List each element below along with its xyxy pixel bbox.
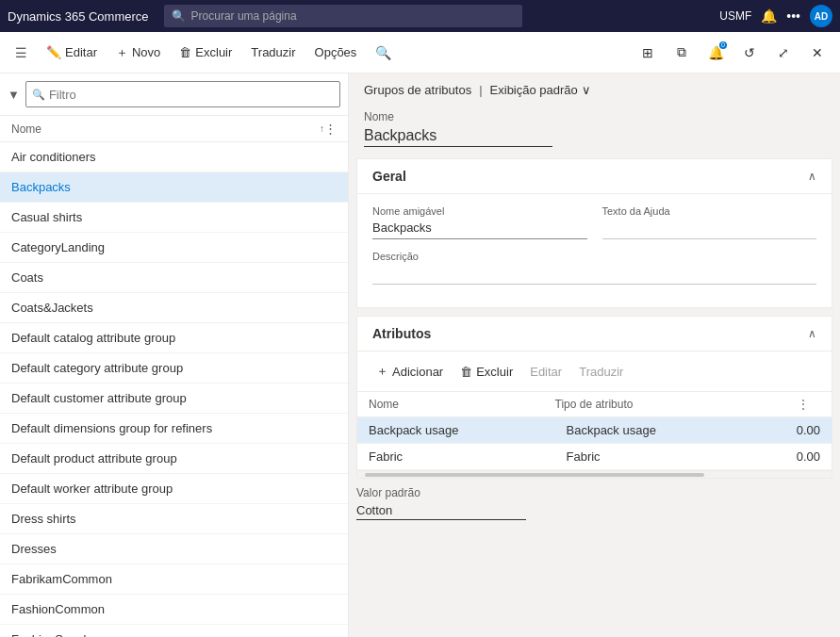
panel-header: Grupos de atributos | Exibição padrão ∨ xyxy=(349,74,840,103)
name-column-header[interactable]: Nome xyxy=(11,122,316,136)
list-item[interactable]: Default worker attribute group xyxy=(0,474,348,504)
filter-icon: ▼ xyxy=(8,88,20,102)
attr-row-type: Backpack usage xyxy=(567,423,765,437)
help-text-label: Texto da Ajuda xyxy=(602,205,817,217)
description-label: Descrição xyxy=(372,251,816,262)
list-item[interactable]: FashionSunglasses xyxy=(0,625,348,637)
attr-row-name: Backpack usage xyxy=(369,423,567,437)
friendly-name-field: Nome amigável Backpacks xyxy=(372,205,587,239)
translate-attribute-button[interactable]: Traduzir xyxy=(571,361,631,383)
close-button[interactable]: ✕ xyxy=(802,38,832,68)
delete-button[interactable]: 🗑 Excluir xyxy=(172,40,239,65)
open-window-icon: ⤢ xyxy=(778,45,789,60)
attribute-row[interactable]: Backpack usage Backpack usage 0.00 xyxy=(357,417,832,444)
list-item[interactable]: Default category attribute group xyxy=(0,353,348,384)
right-detail-panel: Grupos de atributos | Exibição padrão ∨ … xyxy=(349,74,840,637)
edit-button[interactable]: ✏️ Editar xyxy=(39,40,105,65)
grid-icon: ⊞ xyxy=(642,45,653,60)
attr-row-value: 0.00 xyxy=(764,449,820,464)
default-value-field[interactable]: Cotton xyxy=(356,503,526,520)
attributes-section-title: Atributos xyxy=(372,326,431,341)
attributes-chevron-icon: ∧ xyxy=(808,327,816,340)
chevron-down-icon: ∨ xyxy=(582,83,591,97)
list-item[interactable]: FashionCommon xyxy=(0,595,348,625)
list-item[interactable]: Default catalog attribute group xyxy=(0,323,348,353)
notification-badge-count: 0 xyxy=(719,41,727,49)
description-field: Descrição xyxy=(372,251,816,285)
copy-icon: ⧉ xyxy=(677,44,686,60)
copy-icon-button[interactable]: ⧉ xyxy=(667,38,697,68)
attr-table-menu-icon[interactable]: ⋮ xyxy=(798,398,820,411)
list-item[interactable]: Default product attribute group xyxy=(0,444,348,474)
close-icon: ✕ xyxy=(812,45,823,60)
list-item[interactable]: Dresses xyxy=(0,534,348,564)
friendly-name-label: Nome amigável xyxy=(372,205,587,217)
delete-attr-icon: 🗑 xyxy=(460,365,472,379)
general-section-body: Nome amigável Backpacks Texto da Ajuda D… xyxy=(357,194,832,307)
attr-row-value: 0.00 xyxy=(764,423,820,437)
notification-button[interactable]: 🔔 0 xyxy=(700,38,731,68)
user-avatar[interactable]: AD xyxy=(810,5,832,27)
list-item[interactable]: Air conditioners xyxy=(0,142,348,172)
list-item[interactable]: CategoryLanding xyxy=(0,233,348,263)
bell-icon[interactable]: 🔔 xyxy=(761,8,777,24)
attributes-table-header: Nome Tipo de atributo ⋮ xyxy=(357,392,832,417)
list-item[interactable]: Dress shirts xyxy=(0,504,348,534)
list-item[interactable]: Coats&Jackets xyxy=(0,293,348,323)
name-field-value[interactable]: Backpacks xyxy=(364,127,552,147)
list-item[interactable]: FabrikamCommon xyxy=(0,564,348,595)
attributes-section: Atributos ∧ ＋ Adicionar 🗑 Excluir Editar… xyxy=(356,316,832,479)
help-text-field: Texto da Ajuda xyxy=(602,205,817,239)
filter-input[interactable] xyxy=(49,88,334,102)
left-list-panel: ▼ 🔍 Nome ↑ ⋮ Air conditionersBackpacksCa… xyxy=(0,74,349,637)
column-menu-icon[interactable]: ⋮ xyxy=(324,122,337,136)
translate-button[interactable]: Traduzir xyxy=(243,40,303,65)
general-section-title: Geral xyxy=(372,169,406,184)
name-field-label: Nome xyxy=(364,110,825,123)
edit-icon: ✏️ xyxy=(46,45,61,59)
list-item[interactable]: Casual shirts xyxy=(0,203,348,233)
new-button[interactable]: ＋ Novo xyxy=(108,39,168,67)
list-item[interactable]: Backpacks xyxy=(0,172,348,203)
friendly-name-value[interactable]: Backpacks xyxy=(372,220,587,239)
grid-icon-button[interactable]: ⊞ xyxy=(633,38,663,68)
attr-row-name: Fabric xyxy=(369,449,567,464)
attr-name-column-header: Nome xyxy=(369,398,555,411)
general-row-1: Nome amigável Backpacks Texto da Ajuda xyxy=(372,205,816,239)
plus-icon-small: ＋ xyxy=(376,363,388,380)
refresh-icon: ↺ xyxy=(744,45,755,60)
app-title: Dynamics 365 Commerce xyxy=(8,9,149,24)
attributes-section-header[interactable]: Atributos ∧ xyxy=(357,317,832,351)
top-right-controls: USMF 🔔 ••• AD xyxy=(719,5,832,27)
search-cmd-icon[interactable]: 🔍 xyxy=(368,40,399,66)
search-small-icon: 🔍 xyxy=(32,89,45,101)
general-section-header[interactable]: Geral ∧ xyxy=(357,159,832,194)
edit-attribute-button[interactable]: Editar xyxy=(522,361,569,383)
panel-breadcrumb-title: Grupos de atributos xyxy=(364,83,471,97)
description-value[interactable] xyxy=(372,266,816,285)
attribute-row[interactable]: Fabric Fabric 0.00 xyxy=(357,444,832,470)
open-new-window-button[interactable]: ⤢ xyxy=(768,38,799,68)
record-name-section: Nome Backpacks xyxy=(349,103,840,158)
refresh-button[interactable]: ↺ xyxy=(734,38,765,68)
scrollbar-thumb xyxy=(365,473,704,477)
list-column-header: Nome ↑ ⋮ xyxy=(0,116,348,142)
top-navigation-bar: Dynamics 365 Commerce 🔍 Procurar uma pág… xyxy=(0,0,840,32)
delete-icon: 🗑 xyxy=(179,45,191,59)
help-text-value[interactable] xyxy=(602,220,817,239)
delete-attribute-button[interactable]: 🗑 Excluir xyxy=(453,361,520,383)
filter-input-wrap[interactable]: 🔍 xyxy=(25,81,340,107)
search-icon: 🔍 xyxy=(172,9,186,23)
hamburger-icon[interactable]: ☰ xyxy=(8,40,35,66)
add-attribute-button[interactable]: ＋ Adicionar xyxy=(369,359,451,384)
list-item[interactable]: Coats xyxy=(0,263,348,293)
filter-bar: ▼ 🔍 xyxy=(0,74,348,116)
user-label: USMF xyxy=(719,9,751,23)
options-button[interactable]: Opções xyxy=(307,40,365,65)
list-item[interactable]: Default dimensions group for refiners xyxy=(0,414,348,444)
list-item[interactable]: Default customer attribute group xyxy=(0,384,348,414)
ellipsis-icon[interactable]: ••• xyxy=(786,8,800,24)
global-search-box[interactable]: 🔍 Procurar uma página xyxy=(164,5,522,27)
view-selector[interactable]: Exibição padrão ∨ xyxy=(490,83,591,97)
horizontal-scrollbar[interactable] xyxy=(357,470,832,478)
